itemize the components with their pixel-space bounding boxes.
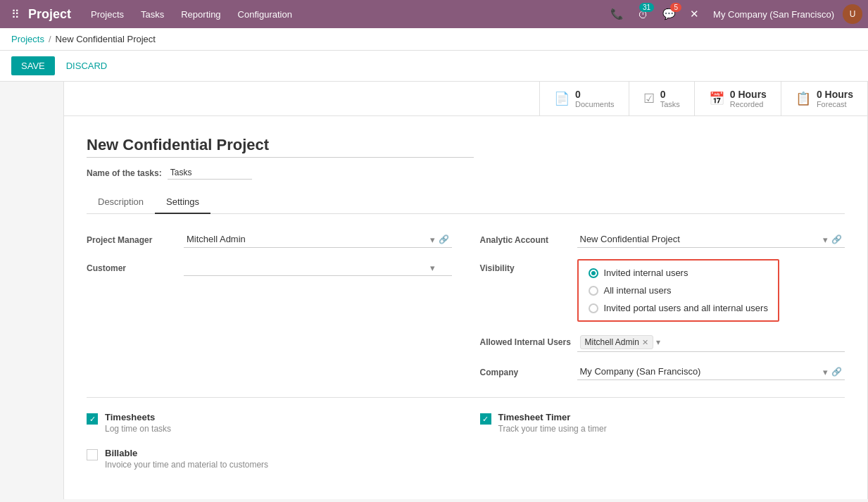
tasks-icon: ☑ (643, 91, 655, 106)
company-select-wrapper: My Company (San Francisco) 🔗 (577, 363, 845, 380)
allowed-users-dropdown-arrow[interactable]: ▾ (656, 337, 660, 347)
customer-field: Customer (87, 259, 452, 276)
billable-sub: Invoice your time and material to custom… (105, 460, 268, 470)
timer-icon-btn[interactable]: ⏱ 31 (632, 0, 654, 28)
action-bar: SAVE DISCARD (0, 51, 868, 82)
radio-invited-internal-dot (589, 268, 598, 278)
visibility-label: Visibility (480, 259, 572, 273)
documents-icon: 📄 (554, 91, 570, 106)
breadcrumb-separator: / (49, 34, 51, 44)
tab-description[interactable]: Description (87, 191, 155, 214)
user-avatar[interactable]: U (843, 4, 862, 24)
tab-settings[interactable]: Settings (155, 191, 210, 214)
billable-check-row: Billable Invoice your time and material … (87, 448, 452, 470)
breadcrumb-parent[interactable]: Projects (11, 34, 44, 44)
project-manager-select[interactable]: Mitchell Admin (184, 231, 452, 248)
timesheets-text: Timesheets Log time on tasks (105, 412, 171, 434)
project-manager-select-wrapper: Mitchell Admin 🔗 (184, 231, 452, 248)
visibility-all-internal-label: All internal users (604, 285, 672, 296)
project-manager-external-link[interactable]: 🔗 (439, 234, 449, 244)
timesheet-timer-sub: Track your time using a timer (498, 424, 607, 434)
save-button[interactable]: SAVE (11, 56, 55, 75)
hours-forecast-label: Forecast (817, 100, 853, 108)
menu-tasks[interactable]: Tasks (132, 0, 172, 28)
timesheet-timer-title: Timesheet Timer (498, 412, 607, 422)
discard-button[interactable]: DISCARD (61, 56, 113, 75)
visibility-all-internal[interactable]: All internal users (589, 285, 768, 296)
radio-portal-users-dot (589, 303, 598, 313)
documents-label: Documents (575, 100, 615, 108)
close-icon-btn[interactable]: ✕ (684, 0, 705, 28)
checks-right-col: ✓ Timesheet Timer Track your time using … (480, 412, 845, 470)
timesheet-timer-check-row: ✓ Timesheet Timer Track your time using … (480, 412, 845, 434)
documents-count: 0 (575, 89, 615, 100)
stat-hours-forecast[interactable]: 📋 0 Hours Forecast (781, 82, 867, 115)
company-select[interactable]: My Company (San Francisco) (577, 363, 845, 380)
company-name: My Company (San Francisco) (713, 9, 834, 20)
settings-form: Project Manager Mitchell Admin 🔗 Custome… (87, 231, 845, 380)
allowed-users-control: Mitchell Admin ✕ ▾ (577, 333, 845, 352)
grid-icon[interactable]: ⠿ (6, 8, 25, 21)
visibility-invited-internal[interactable]: Invited internal users (589, 268, 768, 278)
timer-badge: 31 (639, 3, 654, 12)
form-area: Name of the tasks: Tasks Description Set… (64, 116, 867, 397)
allowed-users-field: Allowed Internal Users Mitchell Admin ✕ … (480, 333, 845, 352)
billable-checkbox[interactable] (87, 449, 98, 460)
timesheets-check-row: ✓ Timesheets Log time on tasks (87, 412, 452, 434)
analytic-account-field: Analytic Account New Confidential Projec… (480, 231, 845, 248)
task-name-value[interactable]: Tasks (168, 166, 252, 180)
settings-right-col: Analytic Account New Confidential Projec… (480, 231, 845, 380)
analytic-external-link[interactable]: 🔗 (831, 234, 842, 244)
timesheet-timer-checkbox[interactable]: ✓ (480, 413, 491, 425)
notif-badge: 5 (670, 3, 681, 12)
stat-hours-recorded[interactable]: 📅 0 Hours Recorded (694, 82, 781, 115)
company-selector[interactable]: My Company (San Francisco) (707, 9, 840, 20)
stat-tasks[interactable]: ☑ 0 Tasks (629, 82, 694, 115)
analytic-account-label: Analytic Account (480, 231, 572, 245)
project-title-input[interactable] (87, 133, 474, 158)
hours-recorded-count: 0 Hours (730, 89, 767, 100)
allowed-user-tag: Mitchell Admin ✕ (580, 335, 653, 349)
allowed-users-tag-input[interactable]: Mitchell Admin ✕ ▾ (577, 333, 845, 352)
company-external-link[interactable]: 🔗 (831, 367, 842, 377)
timesheet-timer-text: Timesheet Timer Track your time using a … (498, 412, 607, 434)
task-name-label: Name of the tasks: (87, 168, 162, 178)
phone-icon-btn[interactable]: 📞 (605, 0, 629, 28)
menu-reporting[interactable]: Reporting (172, 0, 229, 28)
timesheets-sub: Log time on tasks (105, 424, 171, 434)
billable-title: Billable (105, 448, 268, 458)
visibility-field: Visibility Invited internal users All in… (480, 259, 845, 322)
customer-select[interactable] (184, 259, 452, 276)
menu-projects[interactable]: Projects (82, 0, 132, 28)
allowed-user-tag-close[interactable]: ✕ (642, 338, 648, 347)
checks-left-col: ✓ Timesheets Log time on tasks Billable … (87, 412, 452, 470)
analytic-account-select[interactable]: New Confidential Project (577, 231, 845, 248)
timesheets-title: Timesheets (105, 412, 171, 422)
task-name-row: Name of the tasks: Tasks (87, 166, 845, 180)
project-manager-label: Project Manager (87, 231, 178, 245)
stat-bar: 📄 0 Documents ☑ 0 Tasks 📅 0 Hours Record… (64, 82, 867, 116)
app-logo: Project (25, 7, 82, 22)
tabs: Description Settings (87, 191, 845, 214)
tasks-count: 0 (660, 89, 680, 100)
allowed-users-label: Allowed Internal Users (480, 333, 572, 347)
visibility-portal-users-label: Invited portal users and all internal us… (604, 303, 768, 313)
stat-documents[interactable]: 📄 0 Documents (539, 82, 629, 115)
company-label: Company (480, 363, 572, 377)
breadcrumb-current: New Confidential Project (56, 34, 156, 44)
menu-configuration[interactable]: Configuration (229, 0, 301, 28)
top-navigation: ⠿ Project Projects Tasks Reporting Confi… (0, 0, 868, 28)
checks-section: ✓ Timesheets Log time on tasks Billable … (64, 398, 867, 481)
radio-all-internal-dot (589, 286, 598, 296)
visibility-invited-internal-label: Invited internal users (604, 268, 688, 278)
breadcrumb: Projects / New Confidential Project (0, 28, 868, 51)
notification-icon-btn[interactable]: 💬 5 (657, 0, 681, 28)
topnav-right: 📞 ⏱ 31 💬 5 ✕ My Company (San Francisco) … (605, 0, 862, 28)
tasks-label: Tasks (660, 100, 680, 108)
hours-forecast-count: 0 Hours (817, 89, 853, 100)
timesheets-checkbox[interactable]: ✓ (87, 413, 98, 425)
hours-recorded-label: Recorded (730, 100, 767, 108)
visibility-portal-users[interactable]: Invited portal users and all internal us… (589, 303, 768, 313)
customer-select-wrapper (184, 259, 452, 276)
visibility-options-box: Invited internal users All internal user… (577, 259, 779, 322)
